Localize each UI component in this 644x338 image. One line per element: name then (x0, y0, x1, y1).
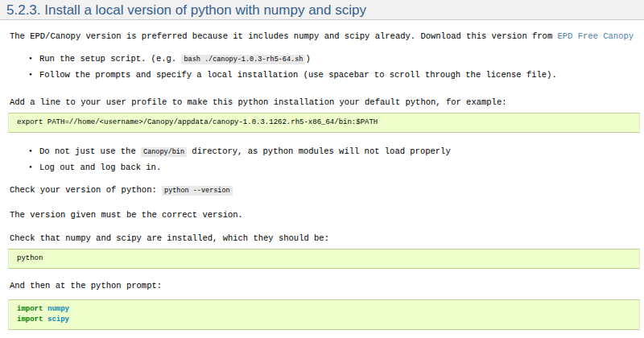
bullet-icon: • (29, 159, 39, 175)
list-item-run-setup-script: • Run the setup script. (e.g. bash ./can… (29, 50, 644, 66)
keyword-import: import (17, 305, 43, 313)
keyword-import: import (17, 315, 43, 324)
epd-free-canopy-link[interactable]: EPD Free Canopy (558, 31, 634, 41)
check-installed-paragraph: Check that numpy and scipy are installed… (10, 233, 644, 244)
bullet-icon: • (29, 66, 39, 82)
code-line-import-numpy: importnumpy (17, 304, 631, 315)
python-command-code-block: python (8, 249, 640, 269)
list-item-text-post: directory, as python modules will not lo… (187, 146, 451, 156)
code-line-import-scipy: importscipy (17, 315, 631, 325)
python-prompt-paragraph: And then at the python prompt: (10, 280, 644, 291)
list-item-text: Log out and log back in. (39, 162, 161, 173)
list-item-text: Run the setup script. (e.g. bash ./canop… (39, 53, 311, 65)
add-line-paragraph: Add a line to your user profile to make … (10, 97, 644, 108)
list-item-follow-prompts: • Follow the prompts and specify a local… (29, 66, 644, 82)
list-item-canopy-bin: • Do not just use the Canopy/bin directo… (29, 142, 644, 159)
version-correct-paragraph: The version given must be the correct ve… (10, 209, 644, 221)
list-item-text: Do not just use the Canopy/bin directory… (39, 146, 451, 158)
intro-paragraph: The EPD/Canopy version is preferred beca… (10, 31, 644, 42)
check-version-text: Check your version of python: (10, 185, 162, 195)
imports-code-block: importnumpyimportscipy (8, 299, 640, 330)
section-title: 5.2.3. Install a local version of python… (0, 0, 644, 19)
list-item-text-pre: Do not just use the (39, 146, 141, 156)
list-item-text-pre: Run the setup script. (e.g. (39, 54, 181, 64)
notes-list: • Do not just use the Canopy/bin directo… (0, 142, 644, 175)
inline-code-setup-script: bash ./canopy-1.0.3-rh5-64.sh (181, 55, 305, 64)
bullet-icon: • (29, 50, 39, 66)
inline-code-python-version: python --version (162, 186, 233, 196)
export-path-code-block: export PATH=//home/<username>/Canopy/app… (8, 113, 640, 133)
check-version-paragraph: Check your version of python: python --v… (10, 184, 644, 196)
list-item-text-post: ) (305, 54, 310, 64)
list-item-text: Follow the prompts and specify a local i… (39, 69, 557, 80)
doc-page: 5.2.3. Install a local version of python… (0, 0, 644, 330)
setup-steps-list: • Run the setup script. (e.g. bash ./can… (0, 50, 644, 82)
bullet-icon: • (29, 142, 39, 159)
section-heading-band: 5.2.3. Install a local version of python… (0, 0, 644, 20)
module-numpy: numpy (47, 305, 69, 313)
list-item-log-out: • Log out and log back in. (29, 159, 644, 175)
inline-code-canopy-bin: Canopy/bin (141, 147, 187, 157)
intro-text: The EPD/Canopy version is preferred beca… (10, 31, 558, 41)
module-scipy: scipy (47, 315, 69, 324)
